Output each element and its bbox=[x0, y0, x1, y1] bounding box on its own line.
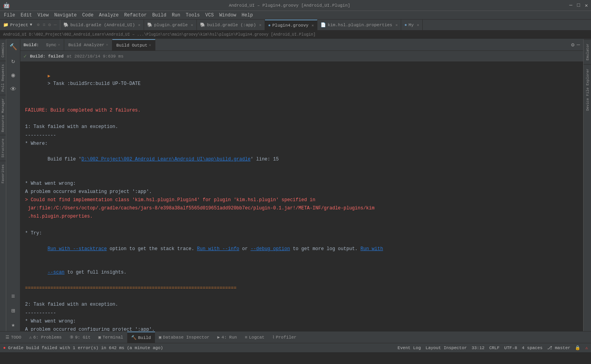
status-error-icon: ● bbox=[3, 346, 6, 350]
build-output-content[interactable]: ► > Task :buildSrc:build UP-TO-DATE FAIL… bbox=[20, 62, 583, 331]
project-tab-chevron[interactable]: ▼ bbox=[30, 23, 32, 27]
event-log-btn[interactable]: Event Log bbox=[398, 346, 421, 350]
close-sync[interactable]: ✕ bbox=[58, 43, 60, 47]
task1-header: 1: Task failed with an exception. bbox=[25, 123, 578, 131]
bottom-tab-problems[interactable]: ⚠ 6: Problems bbox=[25, 332, 65, 343]
breadcrumb-bar: Android_UI D:\002_Project\002_Android_Le… bbox=[0, 31, 591, 39]
left-panel-structure[interactable]: Structure bbox=[0, 135, 6, 161]
menu-run[interactable]: Run bbox=[169, 12, 183, 19]
bottom-tab-todo[interactable]: ☰ TODO bbox=[2, 332, 25, 343]
left-panel-resource-manager[interactable]: Resource Manager bbox=[0, 95, 6, 135]
groovy-icon: ● bbox=[268, 23, 271, 28]
close-output[interactable]: ✕ bbox=[149, 43, 151, 47]
right-panel-emulator[interactable]: Emulator bbox=[584, 39, 591, 64]
close-button[interactable]: ✕ bbox=[585, 2, 588, 9]
bottom-tab-logcat[interactable]: ≡ Logcat bbox=[241, 332, 268, 343]
build-timestamp: at 2022/10/14 9:639 ms bbox=[67, 54, 123, 59]
bottom-tab-db-inspector[interactable]: ▣ Database Inspector bbox=[155, 332, 213, 343]
sidebar-build-icon[interactable]: 🔨 bbox=[7, 41, 20, 53]
bottom-tab-profiler[interactable]: ⌇ Profiler bbox=[268, 332, 301, 343]
menu-view[interactable]: View bbox=[35, 12, 51, 19]
project-folder-icon: 📁 bbox=[3, 22, 9, 27]
bottom-tab-bar: ☰ TODO ⚠ 6: Problems ⑨ 9: Git ▣ Terminal… bbox=[0, 331, 591, 343]
close-analyzer[interactable]: ✕ bbox=[106, 43, 108, 47]
build-minimize-icon[interactable]: ─ bbox=[577, 42, 580, 48]
menu-navigate[interactable]: Navigate bbox=[52, 12, 79, 19]
run-stacktrace-link-1[interactable]: Run with --stacktrace bbox=[48, 246, 107, 252]
task1-separator: ----------- bbox=[25, 132, 578, 140]
build-subtab-sync[interactable]: Sync ✕ bbox=[42, 39, 65, 51]
line-ending[interactable]: CRLF bbox=[489, 346, 499, 350]
task1-separator2: ========================================… bbox=[25, 284, 578, 292]
build-panel: Build: Sync ✕ Build Analyzer ✕ Build Out… bbox=[20, 39, 583, 331]
menu-help[interactable]: Help bbox=[239, 12, 255, 19]
build-file-link-1[interactable]: D:\002 Project\002 Android Learn\Android… bbox=[81, 157, 250, 162]
minimize-button[interactable]: ─ bbox=[569, 2, 573, 9]
logcat-label: Logcat bbox=[249, 335, 265, 340]
build-subtab-output[interactable]: Build Output ✕ bbox=[112, 39, 155, 51]
sidebar-bottom-icon1[interactable]: ≡ bbox=[7, 290, 20, 303]
branch-name[interactable]: ⎇ master bbox=[547, 345, 570, 350]
bottom-tab-run[interactable]: ▶ 4: Run bbox=[213, 332, 241, 343]
menu-refactor[interactable]: Refactor bbox=[122, 12, 149, 19]
tab-plugin-gradle[interactable]: 🐘 plugin.gradle ✕ bbox=[144, 20, 197, 31]
tab-my[interactable]: ● My ✕ bbox=[401, 20, 423, 31]
close-tab-3[interactable]: ✕ bbox=[259, 23, 261, 27]
build-label: Build: bbox=[23, 43, 42, 47]
menu-code[interactable]: Code bbox=[80, 12, 96, 19]
encoding[interactable]: UTF-8 bbox=[504, 346, 517, 350]
run-debug-link-1[interactable]: --debug option bbox=[250, 246, 290, 252]
window-controls[interactable]: ─ □ ✕ bbox=[569, 2, 588, 9]
run-info-link-1[interactable]: Run with --info bbox=[197, 246, 239, 252]
menu-build[interactable]: Build bbox=[150, 12, 169, 19]
scan-link-1[interactable]: --scan bbox=[48, 270, 65, 275]
layout-inspector-btn[interactable]: Layout Inspector bbox=[425, 346, 467, 350]
sidebar-bottom-icon3[interactable]: ★ bbox=[7, 319, 20, 331]
bottom-tab-terminal[interactable]: ▣ Terminal bbox=[94, 332, 127, 343]
close-tab-5[interactable]: ✕ bbox=[395, 23, 398, 27]
tab-label-3: build.gradle (:app) bbox=[207, 23, 256, 27]
build-check-icon: ✓ bbox=[23, 53, 27, 59]
status-right: Event Log Layout Inspector 33:12 CRLF UT… bbox=[398, 345, 588, 350]
menu-window[interactable]: Window bbox=[217, 12, 238, 19]
error-indicator: ⚠ bbox=[585, 345, 588, 350]
blank-line-1 bbox=[25, 98, 578, 106]
maximize-button[interactable]: □ bbox=[577, 2, 580, 9]
run-label: 4: Run bbox=[222, 335, 237, 340]
sidebar-sync-icon[interactable]: ↻ bbox=[7, 55, 20, 67]
task-line: ► > Task :buildSrc:build UP-TO-DATE bbox=[25, 65, 578, 96]
bottom-tab-build[interactable]: 🔨 Build bbox=[127, 332, 155, 343]
project-tab[interactable]: 📁 Project ▼ bbox=[0, 20, 35, 31]
tab-build-gradle-android[interactable]: 🐘 build.gradle (Android_UI) ✕ bbox=[60, 20, 144, 31]
close-tab-6[interactable]: ✕ bbox=[417, 23, 419, 27]
position-indicator: 33:12 bbox=[472, 346, 485, 350]
menu-edit[interactable]: Edit bbox=[18, 12, 34, 19]
right-panel-device-explorer[interactable]: Device File Explorer bbox=[584, 64, 591, 115]
build-subtab-analyzer[interactable]: Build Analyzer ✕ bbox=[64, 39, 112, 51]
menu-analyze[interactable]: Analyze bbox=[97, 12, 121, 19]
bottom-tab-git[interactable]: ⑨ 9: Git bbox=[66, 332, 95, 343]
title-left: 🤖 bbox=[3, 2, 10, 9]
output-label: Build Output bbox=[116, 43, 147, 48]
gradle-icon-1: 🐘 bbox=[63, 22, 69, 27]
sidebar-bookmark-icon[interactable]: ◉ bbox=[7, 69, 20, 81]
task-line-text: > Task :buildSrc:build UP-TO-DATE bbox=[48, 81, 141, 86]
tab-build-gradle-app[interactable]: 🐘 build.gradle (:app) ✕ bbox=[197, 20, 265, 31]
indent[interactable]: 4 spaces bbox=[522, 346, 542, 350]
tab-properties[interactable]: 📄 kim.hsl.plugin.properties ✕ bbox=[317, 20, 401, 31]
left-panel-favorites[interactable]: Favorites bbox=[0, 161, 6, 187]
close-tab-2[interactable]: ✕ bbox=[191, 23, 193, 27]
menu-file[interactable]: File bbox=[2, 12, 18, 19]
build-settings-icon[interactable]: ⚙ bbox=[571, 41, 574, 48]
run-with-1[interactable]: Run with bbox=[360, 246, 383, 252]
tab-plugin4-groovy[interactable]: ● Plugin4.groovy ✕ bbox=[265, 20, 317, 31]
sidebar-bottom-icon2[interactable]: ⊞ bbox=[7, 305, 20, 317]
close-tab-4[interactable]: ✕ bbox=[312, 23, 314, 28]
terminal-icon: ▣ bbox=[98, 335, 101, 340]
sidebar-eye-icon[interactable]: 👁 bbox=[7, 83, 20, 96]
menu-tools[interactable]: Tools bbox=[184, 12, 202, 19]
left-panel-commits[interactable]: Commits bbox=[0, 39, 6, 61]
menu-vcs[interactable]: VCS bbox=[203, 12, 216, 19]
close-tab-1[interactable]: ✕ bbox=[138, 23, 141, 27]
left-panel-pull-requests[interactable]: Pull Requests bbox=[0, 61, 6, 95]
